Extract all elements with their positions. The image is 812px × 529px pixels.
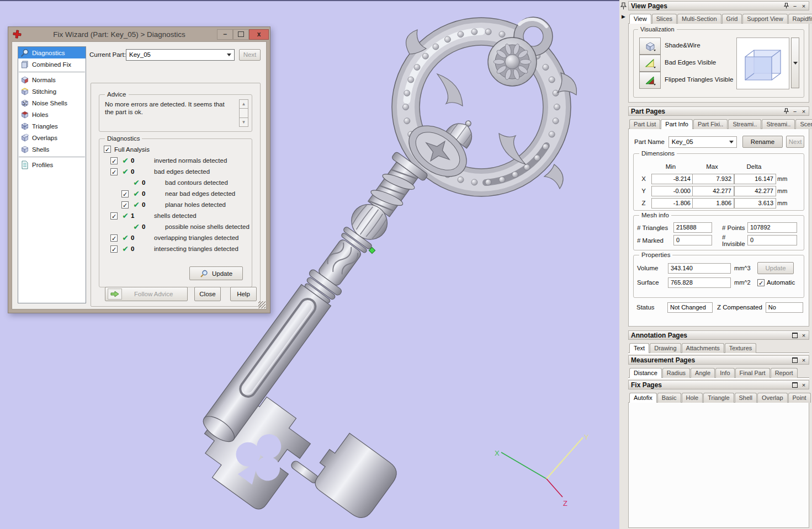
restore-icon[interactable] [791,381,799,388]
close-icon[interactable]: × [800,381,808,388]
dialog-titlebar[interactable]: Fix Wizard (Part: Key_05) > Diagnostics … [8,27,270,41]
sidebar-item-overlaps[interactable]: Overlaps [18,132,86,143]
tab-radius[interactable]: Radius [662,368,690,378]
tab-overlap[interactable]: Overlap [757,393,788,403]
next-button[interactable]: Next [786,136,804,148]
restore-icon[interactable] [791,332,799,339]
advice-scrollbar[interactable]: ▲ ▼ [239,99,248,127]
tab-grid[interactable]: Grid [722,14,742,24]
fix-pages-header[interactable]: Fix Pages × [628,380,809,389]
close-icon[interactable]: × [800,2,808,9]
tab-basic[interactable]: Basic [657,393,681,403]
close-icon[interactable]: × [800,332,808,339]
diagnostic-checkbox[interactable]: ✓ [110,157,118,164]
tab-drawing[interactable]: Drawing [650,343,681,353]
tab-multi-section[interactable]: Multi-Section [677,14,721,24]
shade-wire-button[interactable] [639,38,661,55]
resize-grip[interactable] [258,301,266,308]
invisible-value: 0 [747,235,797,245]
diagnostic-label: planar holes detected [165,201,226,208]
surface-value: 765.828 [668,277,731,288]
follow-advice-button[interactable]: Follow Advice [105,287,188,301]
current-part-combobox[interactable]: Key_05 [126,49,235,61]
tab-part-info[interactable]: Part Info [661,119,693,129]
tab-distance[interactable]: Distance [629,368,662,378]
check-ok-icon: ✔ [120,244,131,253]
part-name-combobox[interactable]: Key_05 [668,136,737,148]
sidebar-item-noise-shells[interactable]: Noise Shells [18,97,86,109]
flyout-arrow-icon[interactable]: ▶ [620,12,627,21]
annotation-pages-header[interactable]: Annotation Pages × [628,330,809,340]
update-button[interactable]: Update [189,266,243,280]
sidebar-item-normals[interactable]: Normals [18,74,86,86]
sidebar-item-shells[interactable]: Shells [18,143,86,155]
restore-icon[interactable] [791,356,799,364]
scroll-down-icon[interactable]: ▼ [239,117,248,127]
tab-angle[interactable]: Angle [691,368,715,378]
diagnostic-checkbox[interactable]: ✓ [110,234,118,242]
diagnostic-checkbox[interactable]: ✓ [121,201,129,209]
tab-support-view[interactable]: Support View [742,14,787,24]
cube-wire-icon [20,122,30,131]
minimize-icon[interactable]: − [791,2,799,9]
automatic-checkbox[interactable]: ✓ [757,279,765,286]
sidebar-item-profiles[interactable]: Profiles [18,159,86,170]
tab-rapidfit-view[interactable]: Rapidfit View [788,14,812,24]
measurement-pages-header[interactable]: Measurement Pages × [628,355,809,365]
preview-dropdown-button[interactable] [791,38,799,88]
tab-attachments[interactable]: Attachments [682,343,724,353]
view-preview[interactable] [736,38,789,89]
tab-text[interactable]: Text [629,343,649,353]
tab-autofix[interactable]: Autofix [629,393,657,403]
tab-part-list[interactable]: Part List [629,119,660,129]
sidebar-item-diagnostics[interactable]: Diagnostics [18,47,86,58]
minimize-icon[interactable]: − [217,29,233,40]
next-button[interactable]: Next [239,49,261,61]
close-button[interactable]: Close [194,287,221,301]
tab-triangle[interactable]: Triangle [703,393,734,403]
scroll-up-icon[interactable]: ▲ [239,99,248,109]
diagnostic-checkbox[interactable]: ✓ [121,190,129,197]
rename-button[interactable]: Rename [742,136,783,148]
orientation-axes: X Y Z [495,433,589,507]
sidebar-item-holes[interactable]: Holes [18,109,86,120]
maximize-icon[interactable] [233,29,249,40]
tab-streami[interactable]: Streami.. [762,119,795,129]
tab-point[interactable]: Point [788,393,811,403]
tab-slices[interactable]: Slices [652,14,677,24]
tab-textures[interactable]: Textures [725,343,757,353]
diagnostic-checkbox[interactable]: ✓ [110,212,118,220]
full-analysis-checkbox[interactable]: ✓ [104,146,111,153]
tab-hole[interactable]: Hole [682,393,703,403]
close-icon[interactable]: x [249,29,269,40]
view-pages-header[interactable]: View Pages − × [628,1,809,10]
tab-final-part[interactable]: Final Part [735,368,770,378]
minimize-icon[interactable]: − [791,108,799,115]
pin-icon[interactable] [620,2,627,10]
sidebar-item-stitching[interactable]: Stitching [18,86,86,97]
diagnostic-checkbox[interactable]: ✓ [110,168,118,175]
tab-info[interactable]: Info [715,368,734,378]
tab-scenes[interactable]: Scenes [795,119,812,129]
close-icon[interactable]: × [800,108,808,115]
wizard-page-list[interactable]: DiagnosticsCombined FixNormalsStitchingN… [18,46,86,303]
diagnostic-checkbox[interactable]: ✓ [110,245,118,253]
pin-icon[interactable] [782,2,790,9]
close-icon[interactable]: × [800,356,808,364]
bad-edges-button[interactable] [639,55,661,72]
help-button[interactable]: Help [230,287,257,301]
tab-streami[interactable]: Streami.. [728,119,761,129]
sidebar-item-triangles[interactable]: Triangles [18,120,86,132]
tab-shell[interactable]: Shell [735,393,757,403]
diagnostic-row: ✔0bad contours detected [99,177,252,188]
scroll-track[interactable] [239,108,248,118]
tab-report[interactable]: Report [771,368,798,378]
flipped-triangles-button[interactable] [639,72,661,89]
sidebar-item-combined-fix[interactable]: Combined Fix [18,58,86,70]
update-button[interactable]: Update [757,262,794,274]
tab-part-fixi[interactable]: Part Fixi.. [693,119,728,129]
tab-view[interactable]: View [629,14,651,24]
current-part-label: Current Part: [89,51,126,58]
pin-icon[interactable] [782,108,790,115]
part-pages-header[interactable]: Part Pages − × [628,106,809,116]
